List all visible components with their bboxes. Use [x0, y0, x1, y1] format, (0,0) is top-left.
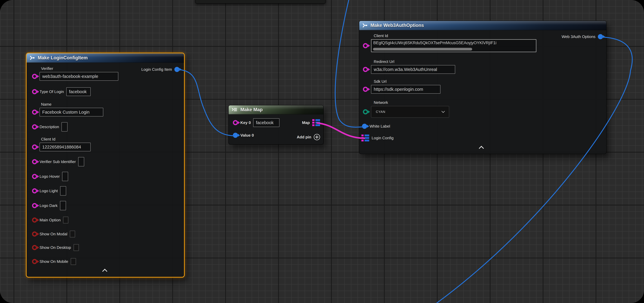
verifier-input[interactable]: web3auth-facebook-example — [40, 72, 118, 81]
key-0-input[interactable]: facebook — [253, 118, 280, 127]
network-dropdown[interactable]: CYAN — [371, 106, 449, 118]
field-row-client-id: Client Id 1222658941886084 — [26, 137, 184, 151]
input-pin-description[interactable] — [32, 124, 37, 130]
client-id-input[interactable]: BEglQSgt4cUWcj6SKRdu5QkOXTsePmMcusG5EAoy… — [371, 39, 536, 52]
offscreen-node-top[interactable] — [195, 0, 326, 4]
field-label: Logo Light — [40, 188, 58, 193]
field-label: Type Of Login — [40, 90, 64, 94]
field-label: Logo Dark — [40, 203, 58, 208]
field-label: Logo Hover — [40, 174, 60, 179]
make-map-icon — [231, 108, 238, 112]
collapse-node-chevron-up-icon[interactable] — [479, 146, 484, 151]
input-pin-white-label[interactable] — [362, 124, 367, 129]
field-label: Show On Modal — [40, 232, 67, 236]
collapse-node-chevron-up-icon[interactable] — [102, 269, 107, 274]
input-pin-name[interactable] — [32, 110, 37, 115]
logo-dark-input[interactable] — [60, 201, 66, 210]
field-label: Description — [40, 124, 59, 129]
show-on-desktop-checkbox[interactable] — [74, 244, 79, 251]
input-pin-logo-hover[interactable] — [32, 174, 37, 179]
show-on-mobile-checkbox[interactable] — [71, 258, 76, 265]
field-row-client-id: Client Id BEglQSgt4cUWcj6SKRdu5QkOXTsePm… — [359, 34, 606, 52]
input-pin-client-id[interactable] — [363, 43, 368, 48]
node-header[interactable]: Make LoginConfigItem — [26, 53, 184, 63]
input-pin-logo-dark[interactable] — [32, 203, 37, 208]
field-row-name: Name Facebook Custom Login — [26, 102, 184, 116]
field-row-logo-hover: Logo Hover — [26, 172, 184, 181]
input-pin-verifier-sub-identifier[interactable] — [32, 159, 37, 164]
input-pin-type-of-login[interactable] — [32, 89, 37, 94]
field-label: Show On Desktop — [40, 245, 71, 250]
field-label: Client Id — [374, 34, 606, 38]
input-pin-sdk-url[interactable] — [363, 87, 368, 92]
blueprint-graph-canvas[interactable]: Make LoginConfigItem Login Config Item V… — [0, 0, 644, 303]
input-pin-client-id[interactable] — [32, 144, 37, 150]
node-title: Make LoginConfigItem — [38, 55, 88, 60]
input-pin-show-on-modal[interactable] — [32, 232, 37, 236]
output-pin-label: Map — [302, 120, 310, 125]
field-row-verifier-sub-identifier: Verifier Sub Identifier — [26, 157, 184, 166]
logo-hover-input[interactable] — [62, 172, 68, 181]
show-on-modal-checkbox[interactable] — [70, 230, 75, 238]
node-header[interactable]: Make Web3AuthOptions — [359, 21, 606, 30]
add-pin-button-circle-plus-icon[interactable] — [314, 134, 320, 140]
field-label: Network — [374, 100, 606, 105]
field-label: White Label — [370, 124, 390, 129]
field-row-show-on-mobile: Show On Mobile — [26, 258, 184, 265]
input-pin-main-option[interactable] — [32, 218, 37, 222]
name-input[interactable]: Facebook Custom Login — [40, 108, 103, 116]
field-label: Redirect Url — [374, 59, 606, 64]
field-row-network: Network CYAN — [359, 100, 606, 118]
description-input[interactable] — [62, 122, 68, 132]
input-pin-verifier[interactable] — [32, 74, 37, 79]
client-id-input[interactable]: 1222658941886084 — [40, 143, 91, 151]
field-row-show-on-desktop: Show On Desktop — [26, 244, 184, 251]
input-pin-value-0[interactable] — [233, 133, 238, 138]
field-label: Key 0 — [240, 120, 251, 125]
field-label: Main Option — [40, 218, 60, 222]
node-header[interactable]: Make Map — [229, 105, 323, 114]
field-label: Verifier — [41, 66, 184, 71]
node-title: Make Web3AuthOptions — [370, 23, 424, 28]
field-label: Verifier Sub Identifier — [40, 160, 76, 164]
input-pin-network[interactable] — [363, 109, 368, 114]
add-pin-label: Add pin — [297, 135, 311, 140]
field-label: Client Id — [41, 137, 184, 142]
field-row-main-option: Main Option — [26, 216, 184, 224]
node-title: Make Map — [240, 107, 262, 112]
node-make-web3auth-options[interactable]: Make Web3AuthOptions Web 3Auth Options C… — [359, 20, 606, 154]
field-row-logo-light: Logo Light — [26, 186, 184, 196]
chevron-down-icon — [442, 110, 445, 113]
main-option-checkbox[interactable] — [63, 216, 68, 224]
field-label: Name — [41, 102, 184, 107]
input-pin-show-on-mobile[interactable] — [32, 259, 37, 264]
make-struct-icon — [29, 56, 35, 60]
field-row-login-config: Login Config — [359, 134, 606, 142]
input-pin-key-0[interactable] — [233, 120, 238, 125]
logo-light-input[interactable] — [60, 186, 66, 196]
input-pin-show-on-desktop[interactable] — [32, 245, 37, 250]
type-of-login-input[interactable]: facebook — [66, 87, 91, 96]
input-pin-logo-light[interactable] — [32, 188, 37, 194]
field-row-type-of-login: Type Of Login facebook — [26, 87, 184, 96]
field-row-logo-dark: Logo Dark — [26, 201, 184, 210]
field-label: Sdk Url — [374, 79, 606, 84]
network-selected-value: CYAN — [376, 110, 386, 114]
field-row-sdk-url: Sdk Url https://sdk.openlogin.com — [359, 79, 606, 94]
sdk-url-input[interactable]: https://sdk.openlogin.com — [371, 85, 440, 94]
make-struct-icon — [362, 23, 368, 28]
field-row-verifier: Verifier web3auth-facebook-example — [26, 66, 184, 81]
input-pin-redirect-url[interactable] — [363, 67, 368, 72]
field-row-show-on-modal: Show On Modal — [26, 230, 184, 238]
field-row-white-label: White Label — [359, 124, 606, 129]
field-label: Show On Mobile — [40, 259, 68, 264]
redirect-url-input[interactable]: w3a://com.w3a.Web3AuthUnreal — [371, 65, 455, 74]
field-row-description: Description — [26, 122, 184, 132]
node-make-map[interactable]: Make Map Key 0 facebook Map Value 0 Add … — [228, 105, 324, 144]
text-scrollbar[interactable] — [373, 48, 472, 50]
add-pin-row: Add pin — [297, 134, 320, 140]
field-label: Login Config — [372, 136, 394, 140]
verifier-sub-identifier-input[interactable] — [78, 157, 84, 166]
field-label: Value 0 — [240, 133, 254, 138]
node-make-login-config-item[interactable]: Make LoginConfigItem Login Config Item V… — [26, 52, 185, 278]
